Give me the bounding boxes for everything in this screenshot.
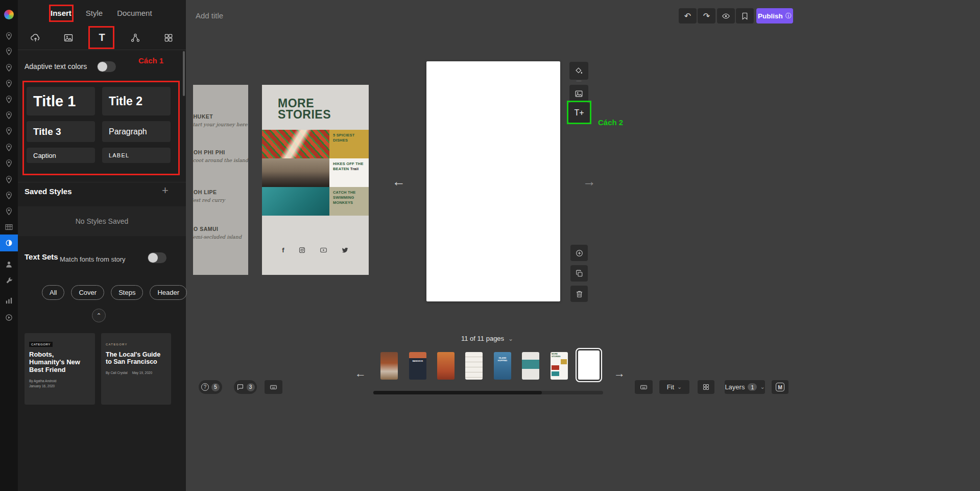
shortcuts-button[interactable] bbox=[265, 380, 282, 394]
add-media-button[interactable] bbox=[569, 85, 588, 103]
page-thumbnail-4[interactable] bbox=[465, 352, 483, 380]
rail-tool-table[interactable] bbox=[0, 219, 18, 235]
duplicate-page-button[interactable] bbox=[570, 265, 588, 282]
rail-tool-11[interactable] bbox=[0, 188, 18, 203]
thumbnails-scroll-right[interactable]: → bbox=[614, 367, 625, 380]
publish-button[interactable]: Publish ⓘ bbox=[756, 8, 793, 24]
rail-tool-account[interactable] bbox=[0, 256, 18, 272]
shapes-tool-button[interactable] bbox=[124, 28, 147, 48]
text-set-card-locals-guide[interactable]: CATEGORY The Local's Guide to San Franci… bbox=[101, 333, 171, 405]
page-thumbnail-2[interactable]: BANGKOK bbox=[409, 352, 426, 380]
page-thumbnail-5[interactable]: ISLAND HOPPING bbox=[494, 352, 511, 380]
filter-header[interactable]: Header bbox=[150, 285, 187, 300]
rail-tool-12[interactable] bbox=[0, 203, 18, 219]
instagram-icon bbox=[298, 246, 306, 254]
tab-style[interactable]: Style bbox=[86, 9, 103, 17]
rail-tool-6[interactable] bbox=[0, 107, 18, 123]
rail-tool-5[interactable] bbox=[0, 91, 18, 107]
tab-document[interactable]: Document bbox=[117, 9, 152, 17]
chevron-down-icon: ⌄ bbox=[508, 335, 513, 342]
panel-scrollbar[interactable] bbox=[183, 51, 185, 96]
app-logo[interactable] bbox=[0, 7, 18, 22]
preview-button[interactable] bbox=[717, 8, 735, 24]
text-tool-button[interactable]: T bbox=[91, 28, 113, 48]
rail-tool-media[interactable] bbox=[0, 310, 18, 325]
style-caption-button[interactable]: Caption bbox=[27, 148, 95, 163]
comments-button[interactable]: 3 bbox=[234, 380, 257, 394]
rail-tool-10[interactable] bbox=[0, 172, 18, 187]
style-title1-button[interactable]: Title 1 bbox=[27, 87, 95, 115]
question-icon: ? bbox=[201, 383, 209, 391]
story-title-input[interactable]: Add title bbox=[196, 11, 223, 20]
current-page-canvas[interactable] bbox=[426, 61, 560, 301]
rail-tool-settings[interactable] bbox=[0, 273, 18, 288]
poi-subtitle: Semi-secluded island bbox=[193, 234, 248, 240]
add-page-button[interactable] bbox=[570, 245, 588, 261]
page-thumbnail-6[interactable] bbox=[522, 352, 539, 380]
grid-view-button[interactable] bbox=[698, 380, 714, 394]
previous-page-arrow[interactable]: ← bbox=[392, 174, 405, 190]
page-thumbnail-3[interactable] bbox=[437, 352, 455, 380]
nodes-icon bbox=[130, 33, 140, 43]
thumbnail-label bbox=[465, 352, 483, 354]
filter-cover[interactable]: Cover bbox=[71, 285, 104, 300]
arrow-right-icon: → bbox=[583, 174, 596, 189]
layers-dropdown[interactable]: Layers 1 ⌄ bbox=[725, 380, 765, 394]
rail-tool-4[interactable] bbox=[0, 76, 18, 91]
card-category: CATEGORY bbox=[106, 343, 128, 346]
image-tool-button[interactable] bbox=[57, 28, 80, 48]
add-text-button[interactable]: T+ bbox=[568, 103, 590, 123]
help-button[interactable]: ? 5 bbox=[199, 380, 222, 394]
help-badge: 5 bbox=[211, 383, 220, 391]
rail-tool-9[interactable] bbox=[0, 155, 18, 171]
pin-icon bbox=[5, 95, 13, 104]
divider bbox=[18, 182, 186, 182]
upload-button[interactable] bbox=[24, 28, 46, 48]
filter-steps[interactable]: Steps bbox=[111, 285, 143, 300]
thumbnails-scroll-left[interactable]: ← bbox=[355, 367, 366, 380]
story-page-more-stories-preview[interactable]: MORE STORIES 5 SPICIEST DISHES HIKES OFF… bbox=[262, 85, 369, 275]
style-label-button[interactable]: LABEL bbox=[102, 148, 171, 163]
rail-tool-2[interactable] bbox=[0, 43, 18, 59]
story-page-10-preview[interactable]: PHUKET Start your journey here KOH PHI P… bbox=[193, 85, 248, 275]
add-saved-style-button[interactable]: + bbox=[162, 185, 169, 196]
match-fonts-toggle[interactable] bbox=[148, 252, 166, 263]
save-button[interactable] bbox=[736, 8, 754, 24]
magic-m-button[interactable]: M bbox=[772, 380, 788, 394]
redo-button[interactable]: ↷ bbox=[698, 8, 715, 24]
layout-tool-button[interactable] bbox=[157, 28, 180, 48]
pin-icon bbox=[5, 111, 13, 120]
tile-label: CATCH THE SWIMMING MONKEYS bbox=[329, 187, 369, 216]
undo-button[interactable]: ↶ bbox=[679, 8, 697, 24]
adaptive-text-toggle[interactable] bbox=[97, 61, 116, 72]
rail-tool-3[interactable] bbox=[0, 60, 18, 75]
filter-all[interactable]: All bbox=[42, 285, 64, 300]
tab-insert[interactable]: Insert bbox=[51, 9, 71, 17]
pages-count-dropdown[interactable]: 11 of 11 pages ⌄ bbox=[461, 335, 513, 342]
rail-tool-7[interactable] bbox=[0, 123, 18, 138]
style-title2-button[interactable]: Title 2 bbox=[102, 87, 171, 115]
thumbnails-scrollbar-thumb[interactable] bbox=[373, 391, 542, 394]
wrench-icon bbox=[5, 276, 13, 285]
keyboard-shortcuts-button[interactable] bbox=[635, 380, 653, 394]
rail-tool-stories-active[interactable] bbox=[0, 235, 18, 251]
style-paragraph-button[interactable]: Paragraph bbox=[102, 121, 171, 142]
collapse-button[interactable]: ⌃ bbox=[92, 309, 106, 322]
page-thumbnail-1[interactable] bbox=[380, 352, 398, 380]
rail-tool-1[interactable] bbox=[0, 28, 18, 43]
tile-row: CATCH THE SWIMMING MONKEYS bbox=[262, 187, 369, 216]
delete-page-button[interactable] bbox=[570, 286, 588, 302]
page-thumbnail-selected[interactable] bbox=[576, 348, 602, 382]
rail-tool-8[interactable] bbox=[0, 139, 18, 155]
background-fill-button[interactable] bbox=[569, 62, 588, 80]
rail-tool-analytics[interactable] bbox=[0, 293, 18, 308]
person-icon bbox=[5, 260, 13, 269]
comments-badge: 3 bbox=[247, 383, 255, 391]
page-thumbnail-7[interactable]: MORE STORIES bbox=[551, 352, 568, 380]
next-page-arrow[interactable]: → bbox=[583, 174, 596, 190]
pin-icon bbox=[5, 159, 13, 168]
style-title3-button[interactable]: Title 3 bbox=[27, 121, 95, 142]
adaptive-text-row: Adaptive text colors bbox=[18, 55, 186, 78]
text-set-card-robots[interactable]: CATEGORY Robots, Humanity's New Best Fri… bbox=[25, 333, 95, 405]
zoom-fit-dropdown[interactable]: Fit ⌄ bbox=[659, 380, 689, 394]
